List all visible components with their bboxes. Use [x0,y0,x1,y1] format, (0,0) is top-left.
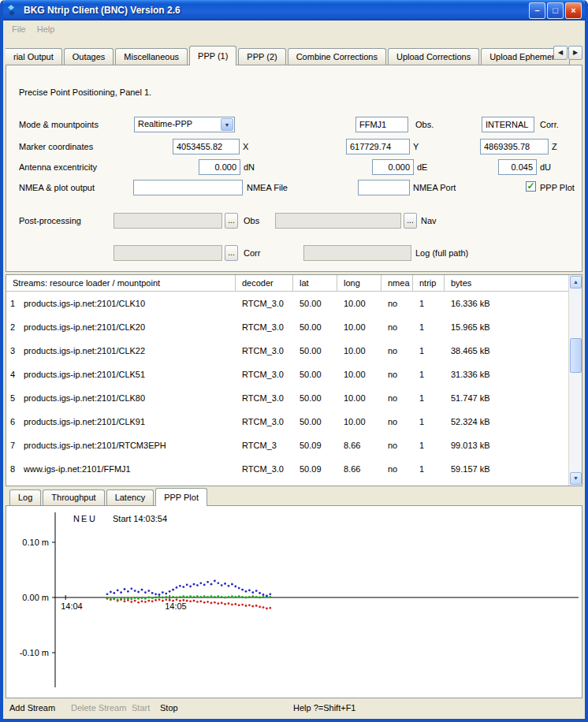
y-label: Y [413,142,419,151]
cell-lat: 50.00 [293,410,337,434]
cell-nmea: no [381,292,413,315]
browse-nav-button[interactable]: ... [404,213,417,229]
help-text: Help ?=Shift+F1 [293,703,356,713]
cell-bytes: 38.465 kB [445,339,568,363]
app-window: BKG Ntrip Client (BNC) Version 2.6 – □ ×… [0,0,588,722]
obs-mountpoint-field[interactable] [355,117,408,132]
cell-long: 10.00 [337,410,381,434]
cell-nmea: no [381,315,413,339]
post-log-label: Log (full path) [415,248,468,258]
antenna-dn-field[interactable] [199,159,240,175]
tab-combine-corrections[interactable]: Combine Corrections [288,48,386,65]
delete-stream-button: Delete Stream [71,703,126,713]
cell-nmea: no [381,386,413,410]
antenna-de-field[interactable] [372,159,414,175]
table-row[interactable]: 8www.igs-ip.net:2101/FFMJ1RTCM_3.050.098… [6,457,568,481]
svg-text:14:04: 14:04 [61,601,83,611]
ppp-plot-checkbox[interactable]: ✓ [526,181,536,192]
column-header-long: long [337,275,381,291]
cell-decoder: RTCM_3.0 [236,363,293,386]
table-row[interactable]: 5products.igs-ip.net:2101/CLK80RTCM_3.05… [6,386,568,410]
cell-stream: products.igs-ip.net:2101/CLK80 [19,386,236,410]
marker-x-field[interactable] [173,139,240,154]
table-scrollbar[interactable]: ▲ ▼ [568,275,582,486]
tab-outages[interactable]: Outages [64,48,114,65]
ppp-plot-label: PPP Plot [540,183,575,192]
mode-dropdown[interactable]: Realtime-PPP ▼ [134,117,235,132]
tab-upload-corrections[interactable]: Upload Corrections [388,48,479,65]
cell-bytes: 99.013 kB [445,434,568,457]
scroll-down-button[interactable]: ▼ [570,472,582,485]
window-title: BKG Ntrip Client (BNC) Version 2.6 [24,5,529,16]
cell-nmea: no [381,363,413,386]
tab-ppp-2[interactable]: PPP (2) [238,48,285,65]
cell-ntrip: 1 [413,434,445,457]
tab-miscellaneous[interactable]: Miscellaneous [115,48,188,65]
cell-ntrip: 1 [413,315,445,339]
menu-file[interactable]: File [6,23,32,35]
menu-help[interactable]: Help [32,23,61,35]
cell-num: 6 [6,410,19,434]
cell-bytes: 52.324 kB [445,410,568,434]
tab-latency[interactable]: Latency [106,489,154,505]
scrollbar-thumb[interactable] [570,338,582,373]
tab-log[interactable]: Log [9,489,41,505]
scroll-up-button[interactable]: ▲ [570,276,582,288]
stop-button[interactable]: Stop [160,703,178,713]
tab-throughput[interactable]: Throughput [43,489,104,505]
arrow-up-icon: ▲ [573,279,579,285]
tab-scroll-left-button[interactable]: ◀ [553,46,568,60]
nmea-file-label: NMEA File [247,183,288,192]
cell-stream: products.igs-ip.net:2101/CLK10 [19,292,236,315]
nmea-port-field[interactable] [358,180,410,195]
browse-obs-button[interactable]: ... [225,213,238,229]
cell-decoder: RTCM_3.0 [236,386,293,410]
titlebar: BKG Ntrip Client (BNC) Version 2.6 – □ × [3,0,585,20]
post-obs-field [114,213,222,229]
antenna-du-field[interactable] [498,159,537,175]
mode-dropdown-value: Realtime-PPP [138,119,192,128]
cell-lat: 50.00 [293,315,337,339]
cell-num: 2 [6,315,19,339]
svg-text:E: E [81,514,87,523]
browse-corr-button[interactable]: ... [225,245,238,261]
tab-serial-output[interactable]: rial Output [6,48,62,65]
table-row[interactable]: 2products.igs-ip.net:2101/CLK20RTCM_3.05… [6,315,568,339]
cell-stream: www.igs-ip.net:2101/FFMJ1 [19,457,236,481]
cell-num: 5 [6,386,19,410]
svg-text:N: N [73,514,80,523]
tab-ppp-1[interactable]: PPP (1) [189,46,236,65]
table-row[interactable]: 3products.igs-ip.net:2101/CLK22RTCM_3.05… [6,339,568,363]
close-button[interactable]: × [565,2,582,19]
corr-mountpoint-field[interactable] [482,117,534,132]
column-header-nmea: nmea [381,275,413,291]
table-row[interactable]: 4products.igs-ip.net:2101/CLK51RTCM_3.05… [6,363,568,386]
nmea-file-field[interactable] [133,180,243,195]
tab-scroll-right-button[interactable]: ▶ [568,46,582,60]
statusbar: Add Stream Delete Stream Start Stop Help… [3,698,585,719]
tab-ppp-plot[interactable]: PPP Plot [155,488,207,506]
svg-text:-0.10 m: -0.10 m [20,648,49,657]
table-row[interactable]: 7products.igs-ip.net:2101/RTCM3EPHRTCM_3… [6,434,568,457]
cell-num: 1 [6,292,19,315]
add-stream-button[interactable]: Add Stream [9,703,55,713]
cell-num: 3 [6,339,19,363]
column-header-lat: lat [293,275,337,291]
cell-bytes: 51.747 kB [445,386,568,410]
minimize-button[interactable]: – [529,2,545,19]
cell-lat: 50.00 [293,292,337,315]
cell-bytes: 59.157 kB [445,457,568,481]
table-row[interactable]: 1products.igs-ip.net:2101/CLK10RTCM_3.05… [6,292,568,315]
cell-lat: 50.00 [293,339,337,363]
marker-label: Marker coordinates [19,142,93,151]
marker-z-field[interactable] [480,139,549,154]
ppp-panel: Precise Point Positioning, Panel 1. Mode… [6,65,582,272]
cell-long: 10.00 [337,339,381,363]
dn-label: dN [244,162,255,172]
maximize-button[interactable]: □ [547,2,564,19]
svg-text:Start 14:03:54: Start 14:03:54 [113,514,167,523]
table-row[interactable]: 6products.igs-ip.net:2101/CLK91RTCM_3.05… [6,410,568,434]
cell-ntrip: 1 [413,410,445,434]
arrow-left-icon: ◀ [558,49,563,56]
marker-y-field[interactable] [346,139,410,154]
